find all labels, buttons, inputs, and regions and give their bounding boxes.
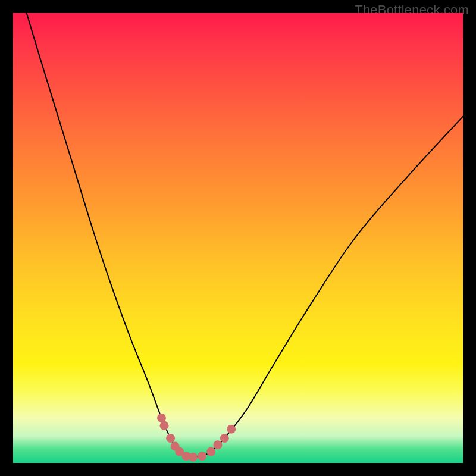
marker-dot: [206, 447, 215, 456]
curve-right: [202, 117, 463, 456]
marker-dot: [166, 434, 175, 443]
curve-left: [27, 13, 186, 456]
marker-dot: [171, 442, 180, 451]
marker-dot: [227, 425, 236, 434]
marker-dot: [160, 421, 169, 430]
chart-plot-area: [13, 13, 463, 463]
marker-dot: [182, 452, 191, 461]
marker-dot: [175, 447, 184, 456]
marker-dot: [220, 434, 229, 443]
marker-dots: [157, 414, 236, 462]
curve-floor: [186, 456, 202, 458]
marker-dot: [198, 452, 206, 461]
chart-svg: [13, 13, 463, 463]
marker-dot: [157, 414, 166, 422]
marker-dot: [189, 453, 198, 462]
marker-dot: [213, 440, 222, 449]
